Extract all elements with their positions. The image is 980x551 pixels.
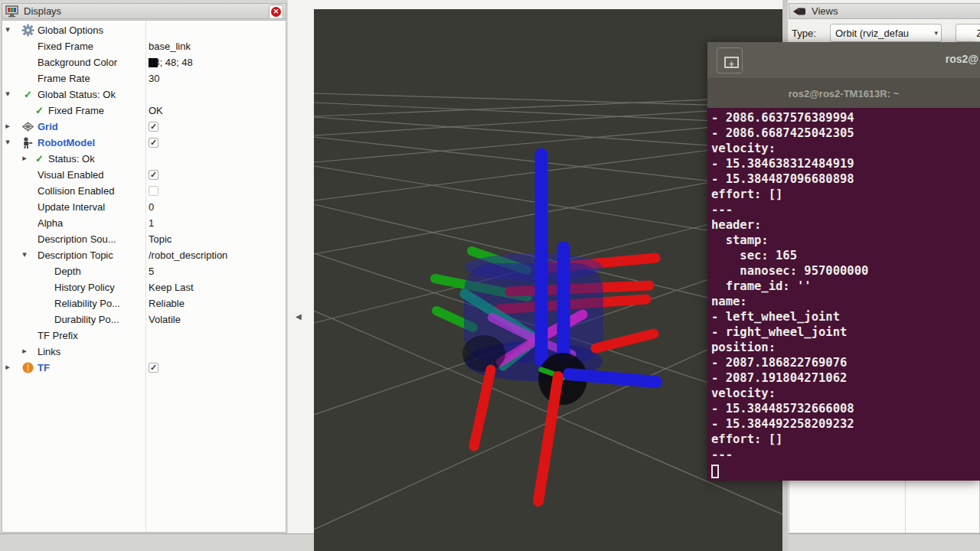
displays-panel-title: Displays bbox=[24, 5, 61, 17]
tree-row-history-policy[interactable]: History Policy Keep Last bbox=[2, 279, 286, 295]
property-value[interactable]: Keep Last bbox=[149, 282, 194, 293]
property-label: Frame Rate bbox=[38, 73, 90, 84]
gear-icon bbox=[21, 24, 34, 37]
property-label: Status: Ok bbox=[48, 153, 95, 165]
display-name: Grid bbox=[38, 121, 58, 132]
tree-row-global-status-fixed-frame[interactable]: ✓ Fixed Frame OK bbox=[2, 103, 286, 119]
tf-icon bbox=[21, 361, 34, 374]
expander-icon[interactable]: ▾ bbox=[4, 137, 11, 147]
visual-enabled-checkbox[interactable]: ✓ bbox=[149, 170, 158, 180]
displays-panel: Displays ✕ ▾ bbox=[0, 0, 288, 551]
tree-row-tf[interactable]: ▸ TF ✓ bbox=[2, 360, 286, 376]
enabled-checkbox[interactable]: ✓ bbox=[149, 122, 158, 132]
expander-icon[interactable]: ▸ bbox=[21, 153, 28, 163]
expander-icon[interactable]: ▸ bbox=[21, 346, 28, 356]
status-ok-icon: ✓ bbox=[33, 105, 46, 118]
views-panel-footer bbox=[788, 533, 980, 551]
expander-icon[interactable]: ▸ bbox=[4, 121, 11, 131]
property-value[interactable]: base_link bbox=[149, 41, 191, 52]
tree-row-global-options[interactable]: ▾ Global Options bbox=[2, 22, 286, 38]
property-value[interactable]: Volatile bbox=[149, 314, 181, 325]
tree-row-collision-enabled[interactable]: Collision Enabled bbox=[2, 183, 286, 199]
collapse-left-icon[interactable]: ◀ bbox=[296, 312, 302, 321]
display-name: RobotModel bbox=[38, 137, 95, 148]
status-ok-icon: ✓ bbox=[21, 89, 34, 102]
tree-row-description-source[interactable]: Description Sou... Topic bbox=[2, 231, 286, 247]
close-button[interactable]: ✕ bbox=[269, 5, 283, 19]
property-label: Background Color bbox=[38, 57, 117, 68]
tree-row-visual-enabled[interactable]: Visual Enabled ✓ bbox=[2, 167, 286, 183]
property-label: Reliability Po... bbox=[54, 298, 120, 309]
toolbar-bottom-strip bbox=[314, 0, 782, 9]
property-label: Fixed Frame bbox=[38, 41, 93, 52]
property-value[interactable]: Reliable bbox=[149, 298, 185, 309]
chevron-down-icon: ▾ bbox=[934, 29, 938, 37]
property-value[interactable]: /robot_description bbox=[149, 249, 227, 261]
enabled-checkbox[interactable]: ✓ bbox=[149, 138, 158, 148]
tree-row-reliability-policy[interactable]: Reliability Po... Reliable bbox=[2, 295, 286, 311]
tree-row-alpha[interactable]: Alpha 1 bbox=[2, 215, 286, 231]
view-type-dropdown[interactable]: Orbit (rviz_defau ▾ bbox=[830, 24, 942, 42]
grid-icon bbox=[21, 120, 34, 133]
tree-row-grid[interactable]: ▸ Grid ✓ bbox=[2, 119, 286, 135]
property-value[interactable]: 5 bbox=[149, 266, 154, 277]
display-name: TF bbox=[38, 362, 50, 373]
displays-panel-footer bbox=[0, 533, 314, 551]
property-label: Global Status: Ok bbox=[38, 89, 116, 100]
type-label: Type: bbox=[792, 28, 816, 39]
terminal-cursor bbox=[711, 465, 719, 478]
expander-icon[interactable]: ▾ bbox=[4, 24, 11, 34]
tree-row-frame-rate[interactable]: Frame Rate 30 bbox=[2, 70, 286, 86]
property-label: Depth bbox=[54, 266, 81, 277]
new-tab-button[interactable]: + bbox=[717, 47, 743, 73]
tree-row-global-status[interactable]: ▾ ✓ Global Status: Ok bbox=[2, 86, 286, 103]
tree-row-background-color[interactable]: Background Color 48; 48; 48 bbox=[2, 54, 286, 70]
tree-row-tf-prefix[interactable]: TF Prefix bbox=[2, 328, 286, 344]
tree-row-links[interactable]: ▸ Links bbox=[2, 344, 286, 360]
property-label: Description Topic bbox=[38, 249, 113, 261]
property-label: Collision Enabled bbox=[38, 185, 114, 197]
tree-row-robotmodel[interactable]: ▾ RobotModel ✓ bbox=[2, 135, 286, 151]
close-icon: ✕ bbox=[271, 7, 281, 17]
tree-row-fixed-frame[interactable]: Fixed Frame base_link bbox=[2, 38, 286, 54]
tree-row-depth[interactable]: Depth 5 bbox=[2, 263, 286, 279]
terminal-window[interactable]: + ros2@ ros2@ros2-TM1613R: ~ - 2086.6637… bbox=[707, 42, 980, 481]
views-type-row: Type: Orbit (rviz_defau ▾ Ze bbox=[789, 23, 980, 43]
collision-enabled-checkbox[interactable] bbox=[149, 186, 158, 196]
property-value[interactable]: Topic bbox=[149, 233, 172, 245]
expander-icon[interactable]: ▾ bbox=[21, 249, 28, 259]
expander-icon[interactable]: ▸ bbox=[4, 362, 11, 372]
view-type-value: Orbit (rviz_defau bbox=[835, 28, 909, 39]
enabled-checkbox[interactable]: ✓ bbox=[149, 363, 158, 373]
property-value[interactable]: 48; 48; 48 bbox=[149, 57, 193, 68]
views-camera-icon bbox=[792, 6, 807, 17]
tree-row-durability-policy[interactable]: Durability Po... Volatile bbox=[2, 311, 286, 328]
expander-icon[interactable]: ▾ bbox=[4, 89, 11, 99]
status-ok-icon: ✓ bbox=[33, 153, 46, 166]
tree-row-robotmodel-status[interactable]: ▸ ✓ Status: Ok bbox=[2, 151, 286, 167]
displays-titlebar[interactable]: Displays ✕ bbox=[2, 3, 286, 19]
property-label: Alpha bbox=[38, 217, 63, 229]
rviz-window: Displays ✕ ▾ bbox=[0, 0, 980, 551]
property-value[interactable]: 0 bbox=[149, 201, 154, 213]
terminal-headerbar[interactable]: + ros2@ bbox=[707, 42, 980, 79]
property-value[interactable]: 30 bbox=[149, 73, 159, 84]
views-panel-title: Views bbox=[812, 5, 838, 17]
tree-row-update-interval[interactable]: Update Interval 0 bbox=[2, 199, 286, 215]
property-value[interactable]: 1 bbox=[149, 217, 154, 229]
displays-panel-icon bbox=[5, 5, 19, 18]
views-titlebar[interactable]: Views bbox=[789, 3, 980, 19]
tree-row-description-topic[interactable]: ▾ Description Topic /robot_description bbox=[2, 247, 286, 263]
terminal-window-title: ros2@ bbox=[946, 53, 978, 65]
property-label: Global Options bbox=[38, 24, 103, 36]
panel-splitter[interactable]: ◀ bbox=[288, 0, 314, 551]
property-label: Fixed Frame bbox=[48, 105, 104, 116]
property-label: Description Sou... bbox=[38, 233, 116, 245]
terminal-tab-label[interactable]: ros2@ros2-TM1613R: ~ bbox=[789, 88, 900, 99]
tf-axis-blue-horizontal bbox=[569, 374, 656, 382]
property-label: Links bbox=[38, 346, 60, 357]
terminal-output[interactable]: - 2086.6637576389994 - 2086.668742504230… bbox=[707, 108, 980, 481]
terminal-tab-bar[interactable]: ros2@ros2-TM1613R: ~ bbox=[707, 79, 980, 108]
terminal-output-text: - 2086.6637576389994 - 2086.668742504230… bbox=[707, 108, 980, 462]
zero-button[interactable]: Ze bbox=[956, 24, 980, 42]
